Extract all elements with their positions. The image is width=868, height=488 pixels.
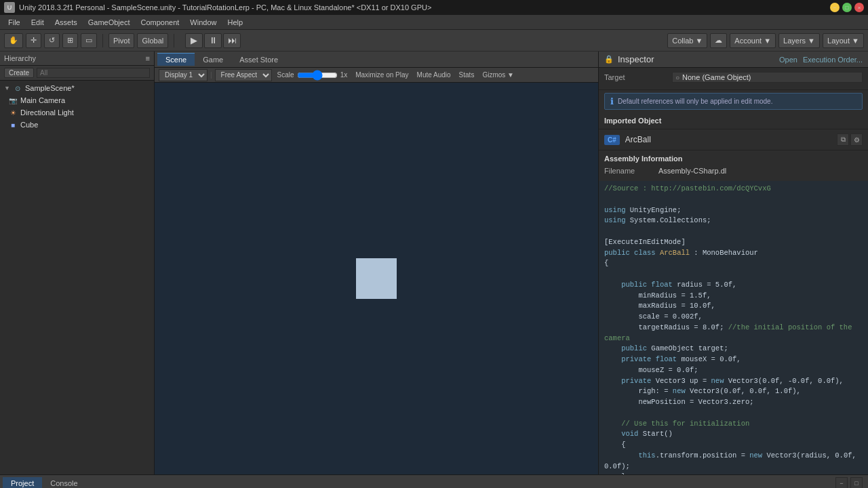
code-line-14: public GameObject target; <box>604 344 863 354</box>
scale-label: Scale <box>277 71 294 79</box>
menu-edit[interactable]: Edit <box>26 17 50 28</box>
scene-cube-object <box>356 258 397 299</box>
code-line-9: public float radius = 5.0f, <box>604 280 863 291</box>
pivot-button[interactable]: Pivot <box>108 33 134 48</box>
code-line-22: void Start() <box>604 429 863 440</box>
scene-view[interactable] <box>155 83 598 474</box>
layers-button[interactable]: Layers ▼ <box>778 33 820 48</box>
inspector-title: Inspector <box>618 54 654 64</box>
info-icon: ℹ <box>610 96 614 106</box>
menu-window[interactable]: Window <box>184 17 222 28</box>
maximize-button[interactable]: □ <box>842 3 852 12</box>
code-line-2: using UnityEngine; <box>604 205 863 216</box>
main-layout: Hierarchy ≡ Create ▼ ⊙ SampleScene* 📷 Ma… <box>0 52 868 474</box>
inspector-header: 🔒 Inspector Open Execution Order... <box>599 52 868 68</box>
tab-project[interactable]: Project <box>3 477 42 489</box>
tab-console[interactable]: Console <box>42 477 85 489</box>
close-button[interactable]: × <box>854 3 864 12</box>
toolbar-separator-1 <box>102 34 103 47</box>
window-title: Unity 2018.3.2f1 Personal - SampleScene.… <box>19 3 830 12</box>
code-line-17: private Vector3 up = new Vector3(0.0f, -… <box>604 376 863 387</box>
hierarchy-item-maincamera[interactable]: 📷 Main Camera <box>0 94 154 106</box>
menu-gameobject[interactable]: GameObject <box>83 17 136 28</box>
code-line-12: scale = 0.002f, <box>604 312 863 323</box>
hierarchy-menu-icon[interactable]: ≡ <box>146 54 150 62</box>
play-button[interactable]: ▶ <box>185 33 203 48</box>
menu-component[interactable]: Component <box>135 17 184 28</box>
gizmos-label[interactable]: Gizmos ▼ <box>482 71 514 79</box>
scale-tool-button[interactable]: ⊞ <box>62 33 78 48</box>
maximize-label: Maximize on Play <box>355 71 408 79</box>
execution-order-label[interactable]: Execution Order... <box>803 56 863 64</box>
toolbar: ✋ ✛ ↺ ⊞ ▭ Pivot Global ▶ ⏸ ⏭ Collab ▼ ☁ … <box>0 30 868 52</box>
light-icon: ☀ <box>8 108 18 117</box>
imported-object-header: Imported Object <box>599 113 868 129</box>
account-button[interactable]: Account ▼ <box>730 33 776 48</box>
menu-bar: File Edit Assets GameObject Component Wi… <box>0 15 868 30</box>
move-tool-button[interactable]: ✛ <box>26 33 41 48</box>
code-display: //Source : http://pastebin.com/dcQYCvxG … <box>599 181 868 474</box>
code-line-19: newPosition = Vector3.zero; <box>604 397 863 408</box>
rotate-tool-button[interactable]: ↺ <box>44 33 60 48</box>
code-line-8 <box>604 269 863 280</box>
code-line-10: minRadius = 1.5f, <box>604 291 863 302</box>
assembly-info-title: Assembly Information <box>604 155 863 163</box>
inspector-lock-icon[interactable]: 🔒 <box>604 55 614 64</box>
open-label[interactable]: Open <box>779 56 797 64</box>
target-label: Target <box>604 73 672 81</box>
collab-button[interactable]: Collab ▼ <box>667 33 707 48</box>
display-select[interactable]: Display 1 <box>159 69 208 81</box>
filename-row: Filename Assembly-CSharp.dl <box>604 167 863 175</box>
tab-asset-store[interactable]: Asset Store <box>231 53 286 66</box>
cs-badge: C# <box>604 135 620 145</box>
global-button[interactable]: Global <box>137 33 168 48</box>
target-circle-icon: ○ <box>675 74 679 81</box>
code-line-11: maxRadius = 10.0f, <box>604 301 863 312</box>
scale-slider[interactable] <box>297 70 338 81</box>
stats-label[interactable]: Stats <box>459 71 475 79</box>
menu-assets[interactable]: Assets <box>50 17 83 28</box>
hand-tool-button[interactable]: ✋ <box>4 33 23 48</box>
tab-scene[interactable]: Scene <box>157 53 195 66</box>
menu-file[interactable]: File <box>3 17 26 28</box>
hierarchy-search-input[interactable] <box>37 68 150 78</box>
mute-label: Mute Audio <box>417 71 451 79</box>
hierarchy-panel: Hierarchy ≡ Create ▼ ⊙ SampleScene* 📷 Ma… <box>0 52 155 474</box>
unity-icon: U <box>4 2 15 13</box>
target-row: Target ○ None (Game Object) <box>604 72 863 83</box>
hierarchy-item-samplescene[interactable]: ▼ ⊙ SampleScene* <box>0 82 154 94</box>
step-button[interactable]: ⏭ <box>223 33 241 48</box>
code-line-3: using System.Collections; <box>604 216 863 226</box>
play-controls: ▶ ⏸ ⏭ <box>185 33 241 48</box>
expand-panel-button[interactable]: □ <box>850 477 863 489</box>
filename-label: Filename <box>604 167 658 175</box>
scale-value: 1x <box>340 71 348 79</box>
code-line-24: this.transform.position = new Vector3(ra… <box>604 451 863 472</box>
aspect-select[interactable]: Free Aspect <box>215 69 272 81</box>
code-line-20 <box>604 408 863 419</box>
pause-button[interactable]: ⏸ <box>204 33 222 48</box>
hierarchy-create-button[interactable]: Create <box>4 68 34 78</box>
info-message: ℹ Default references will only be applie… <box>604 93 863 110</box>
layout-button[interactable]: Layout ▼ <box>823 33 864 48</box>
copy-icon[interactable]: ⧉ <box>837 134 849 146</box>
settings-icon[interactable]: ⚙ <box>850 134 863 146</box>
code-line-16: mouseZ = 0.0f; <box>604 365 863 376</box>
collapse-panel-button[interactable]: − <box>835 477 848 489</box>
inspector-content: Target ○ None (Game Object) ℹ Default re… <box>599 68 868 474</box>
code-line-15: private float mouseX = 0.0f, <box>604 354 863 365</box>
bottom-tabs: Project Console − □ <box>0 475 868 488</box>
tab-game[interactable]: Game <box>195 53 231 66</box>
minimize-button[interactable]: − <box>830 3 840 12</box>
code-line-18: righ: = new Vector3(0.0f, 0.0f, 1.0f), <box>604 386 863 397</box>
inspector-panel: 🔒 Inspector Open Execution Order... Targ… <box>598 52 868 474</box>
window-controls: − □ × <box>830 3 864 12</box>
code-line-6: public class ArcBall : MonoBehaviour <box>604 248 863 259</box>
menu-help[interactable]: Help <box>222 17 248 28</box>
hierarchy-item-directionallight[interactable]: ☀ Directional Light <box>0 106 154 119</box>
hierarchy-item-cube[interactable]: ■ Cube <box>0 119 154 131</box>
rect-tool-button[interactable]: ▭ <box>81 33 97 48</box>
cloud-button[interactable]: ☁ <box>710 33 727 48</box>
code-line-7: { <box>604 258 863 269</box>
code-line-21: // Use this for initialization <box>604 419 863 430</box>
